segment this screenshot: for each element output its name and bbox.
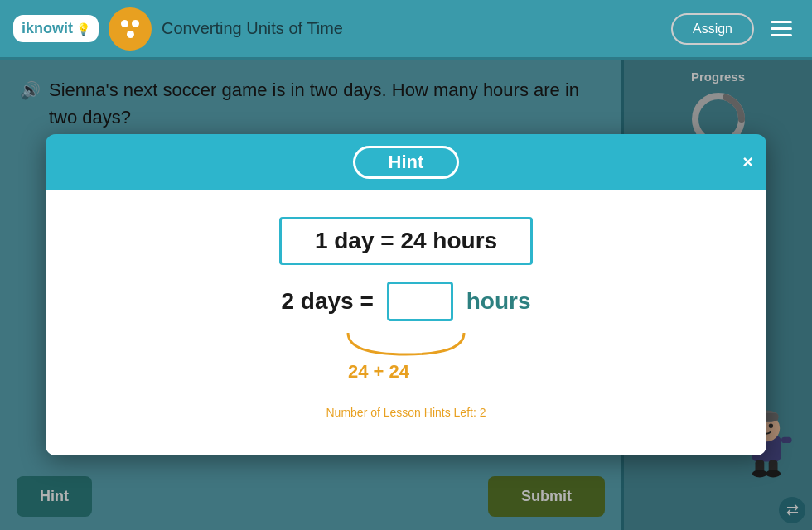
lightbulb-icon: 💡	[76, 22, 90, 36]
hint-blank-box	[387, 282, 453, 321]
modal-close-button[interactable]: ×	[742, 152, 753, 173]
lesson-title: Converting Units of Time	[162, 19, 661, 38]
brace-icon	[340, 330, 472, 359]
avatar-dot	[127, 31, 134, 38]
logo: iknowit 💡	[13, 15, 99, 42]
addition-text: 24 + 24	[340, 361, 409, 383]
brace-container: 24 + 24	[340, 330, 472, 383]
menu-button[interactable]	[764, 17, 799, 40]
assign-button[interactable]: Assign	[671, 13, 754, 45]
hint-modal: Hint × 1 day = 24 hours 2 days = hours	[46, 134, 766, 455]
hint-row: 2 days = hours	[281, 282, 530, 321]
hint-row-left: 2 days =	[281, 288, 373, 315]
modal-body: 1 day = 24 hours 2 days = hours 24 + 24 …	[46, 190, 766, 455]
modal-overlay: Hint × 1 day = 24 hours 2 days = hours	[0, 60, 812, 530]
logo-text: iknowit	[22, 20, 73, 37]
modal-header: Hint ×	[46, 134, 766, 190]
menu-icon	[771, 34, 792, 36]
main-area: 🔊 Sienna's next soccer game is in two da…	[0, 60, 812, 530]
hints-left: Number of Lesson Hints Left: 2	[326, 406, 486, 419]
menu-icon	[771, 21, 792, 23]
header: iknowit 💡 Converting Units of Time Assig…	[0, 0, 812, 60]
avatar-dot	[132, 20, 139, 27]
modal-title: Hint	[353, 146, 460, 179]
avatar-dots	[118, 20, 142, 38]
avatar	[109, 7, 152, 51]
menu-icon	[771, 27, 792, 30]
avatar-dot	[121, 20, 128, 27]
hint-equation: 1 day = 24 hours	[279, 217, 533, 265]
hint-row-right: hours	[466, 288, 531, 315]
